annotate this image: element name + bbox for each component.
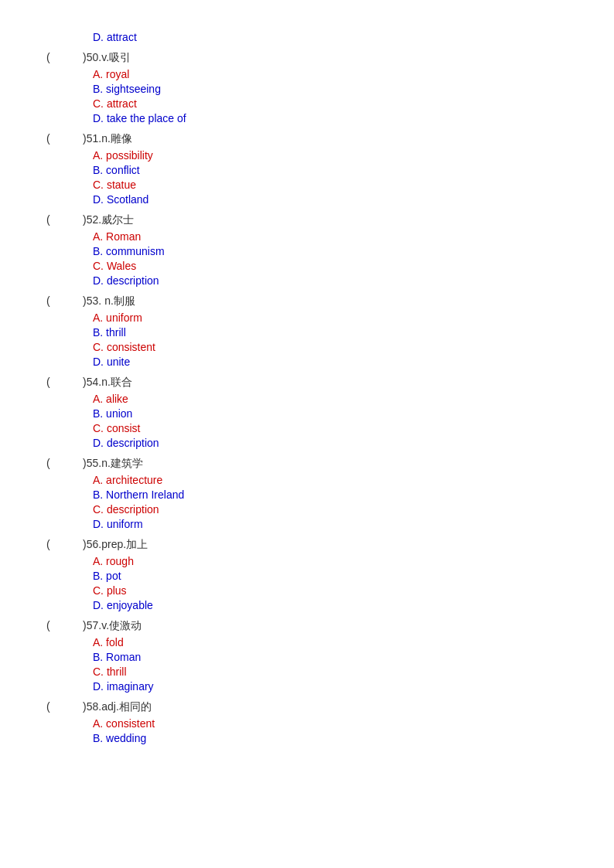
- option-50-a: A. royal: [93, 68, 568, 80]
- question-label-53: )53. n.制服: [59, 294, 135, 308]
- option-52-a: A. Roman: [93, 230, 568, 243]
- options-57: A. fold B. Roman C. thrill D. imaginary: [93, 636, 568, 693]
- options-58: A. consistent B. wedding: [93, 717, 568, 744]
- option-53-c: C. consistent: [93, 341, 568, 353]
- question-label-56: )56.prep.加上: [59, 538, 148, 552]
- option-57-b: B. Roman: [93, 651, 568, 663]
- paren-left-57: (: [46, 619, 56, 631]
- option-53-a: A. uniform: [93, 311, 568, 324]
- option-54-d: D. description: [93, 437, 568, 449]
- paren-left-53: (: [46, 294, 56, 307]
- option-56-d: D. enjoyable: [93, 599, 568, 611]
- option-56-b: B. pot: [93, 570, 568, 582]
- question-54: ( )54.n.联合 A. alike B. union C. consist …: [46, 376, 568, 449]
- paren-left-51: (: [46, 132, 56, 145]
- question-label-57: )57.v.使激动: [59, 619, 142, 633]
- option-55-a: A. architecture: [93, 474, 568, 486]
- option-51-c: C. statue: [93, 179, 568, 191]
- option-50-c: C. attract: [93, 97, 568, 110]
- paren-left-52: (: [46, 213, 56, 226]
- question-50: ( )50.v.吸引 A. royal B. sightseeing C. at…: [46, 51, 568, 124]
- options-53: A. uniform B. thrill C. consistent D. un…: [93, 311, 568, 368]
- options-52: A. Roman B. communism C. Wales D. descri…: [93, 230, 568, 287]
- option-57-c: C. thrill: [93, 665, 568, 678]
- paren-left-54: (: [46, 376, 56, 388]
- question-51: ( )51.n.雕像 A. possibility B. conflict C.…: [46, 132, 568, 206]
- question-56: ( )56.prep.加上 A. rough B. pot C. plus D.…: [46, 538, 568, 611]
- question-label-52: )52.威尔士: [59, 213, 134, 227]
- options-51: A. possibility B. conflict C. statue D. …: [93, 149, 568, 206]
- option-52-c: C. Wales: [93, 260, 568, 272]
- question-53: ( )53. n.制服 A. uniform B. thrill C. cons…: [46, 294, 568, 368]
- option-58-a: A. consistent: [93, 717, 568, 730]
- question-52: ( )52.威尔士 A. Roman B. communism C. Wales…: [46, 213, 568, 287]
- option-57-d: D. imaginary: [93, 680, 568, 693]
- options-54: A. alike B. union C. consist D. descript…: [93, 393, 568, 449]
- option-51-d: D. Scotland: [93, 193, 568, 206]
- option-54-c: C. consist: [93, 422, 568, 434]
- question-label-51: )51.n.雕像: [59, 132, 132, 146]
- paren-left-56: (: [46, 538, 56, 550]
- quiz-container: D. attract ( )50.v.吸引 A. royal B. sights…: [46, 31, 568, 744]
- option-54-b: B. union: [93, 407, 568, 420]
- option-57-a: A. fold: [93, 636, 568, 648]
- question-label-50: )50.v.吸引: [59, 51, 131, 65]
- option-50-b: B. sightseeing: [93, 83, 568, 95]
- option-56-c: C. plus: [93, 584, 568, 597]
- question-58: ( )58.adj.相同的 A. consistent B. wedding: [46, 700, 568, 744]
- options-50: A. royal B. sightseeing C. attract D. ta…: [93, 68, 568, 124]
- options-55: A. architecture B. Northern Ireland C. d…: [93, 474, 568, 530]
- option-54-a: A. alike: [93, 393, 568, 405]
- option-52-d: D. description: [93, 274, 568, 287]
- question-57: ( )57.v.使激动 A. fold B. Roman C. thrill D…: [46, 619, 568, 693]
- paren-left-58: (: [46, 700, 56, 713]
- option-56-a: A. rough: [93, 555, 568, 567]
- option-52-b: B. communism: [93, 245, 568, 257]
- option-55-c: C. description: [93, 503, 568, 516]
- question-label-58: )58.adj.相同的: [59, 700, 152, 714]
- option-58-b: B. wedding: [93, 732, 568, 744]
- option-53-d: D. unite: [93, 356, 568, 368]
- options-56: A. rough B. pot C. plus D. enjoyable: [93, 555, 568, 611]
- option-51-b: B. conflict: [93, 164, 568, 176]
- option-53-b: B. thrill: [93, 326, 568, 339]
- pre-d-option: D. attract: [93, 31, 568, 43]
- paren-left-55: (: [46, 457, 56, 469]
- option-51-a: A. possibility: [93, 149, 568, 162]
- option-55-d: D. uniform: [93, 518, 568, 530]
- option-55-b: B. Northern Ireland: [93, 488, 568, 501]
- question-label-54: )54.n.联合: [59, 376, 132, 390]
- question-label-55: )55.n.建筑学: [59, 457, 143, 471]
- option-50-d: D. take the place of: [93, 112, 568, 124]
- question-55: ( )55.n.建筑学 A. architecture B. Northern …: [46, 457, 568, 530]
- paren-left-50: (: [46, 51, 56, 63]
